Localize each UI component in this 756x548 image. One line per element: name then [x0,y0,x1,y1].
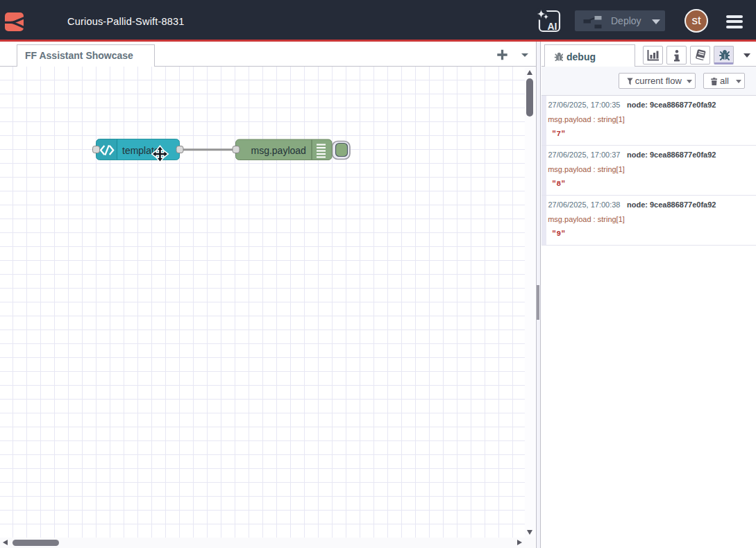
svg-text:msg.payload: msg.payload [251,145,306,156]
svg-text:AI: AI [548,21,557,32]
